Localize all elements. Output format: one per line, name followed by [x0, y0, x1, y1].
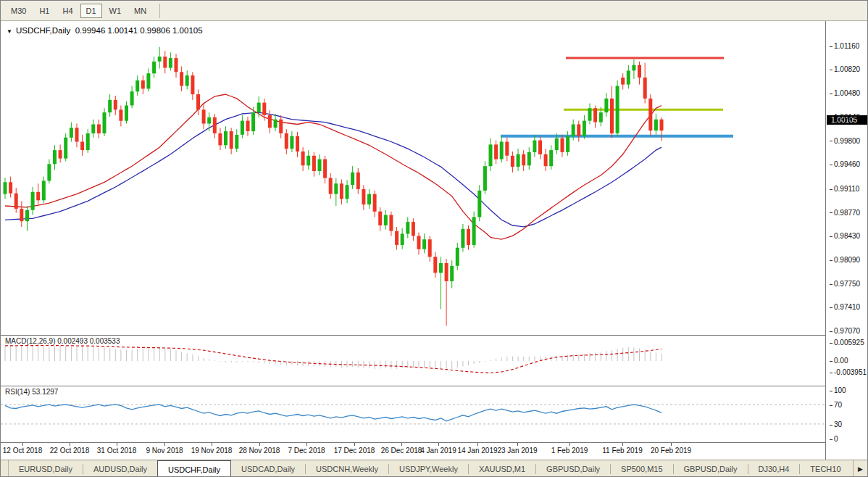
macd-pane[interactable]: MACD(12,26,9) 0.002493 0.003533 [1, 336, 825, 386]
chart-workspace: ▼USDCHF,Daily 0.99946 1.00141 0.99806 1.… [1, 21, 868, 460]
date-tick [569, 443, 570, 446]
chart-tab-tech10[interactable]: TECH10 [800, 460, 851, 477]
date-tick [306, 443, 307, 446]
chart-ohlc-quote: 0.99946 1.00141 0.99806 1.00105 [75, 26, 203, 35]
chart-tab-eurusd[interactable]: EURUSD,Daily [9, 460, 83, 477]
axis-tick-label: 0.98770 [830, 209, 860, 217]
axis-tick-label: 0.99460 [830, 160, 860, 168]
date-tick [438, 443, 439, 446]
timeframe-button-d1[interactable]: D1 [80, 4, 102, 18]
timeframe-toolbar: M30H1H4D1W1MN [1, 1, 867, 21]
date-label: 9 Nov 2018 [146, 447, 183, 455]
axis-tick-label: 0.005925 [830, 339, 864, 347]
rsi-label: RSI(14) 53.1297 [5, 388, 58, 396]
chart-tab-gbpusd[interactable]: GBPUSD,Daily [536, 460, 610, 477]
chart-tab-gbpusd[interactable]: GBPUSD,Daily [674, 460, 748, 477]
rsi-chart [1, 386, 825, 442]
date-label: 7 Dec 2018 [288, 447, 325, 455]
timeframe-button-mn[interactable]: MN [128, 4, 152, 18]
axis-tick-label: 100 [830, 386, 846, 394]
date-label: 17 Dec 2018 [334, 447, 375, 455]
axis-tick-label: 70 [830, 401, 842, 409]
axis-tick-label: 0.98430 [830, 232, 860, 240]
date-label: 31 Oct 2018 [97, 447, 136, 455]
date-axis: 12 Oct 201822 Oct 201831 Oct 20189 Nov 2… [1, 443, 825, 460]
date-tick [117, 443, 117, 446]
chart-tab-usdcad[interactable]: USDCAD,Daily [231, 460, 305, 477]
date-tick [354, 443, 355, 446]
date-tick [22, 443, 23, 446]
date-tick [212, 443, 212, 446]
tab-scroll-right-icon[interactable]: ▶ [853, 460, 867, 477]
axis-tick-label: 0.97410 [830, 303, 860, 311]
axis-tick-label: -0.003951 [830, 368, 867, 376]
date-label: 14 Jan 2019 [457, 447, 497, 455]
axis-tick-label: 0.99800 [830, 137, 860, 145]
chart-tab-audusd[interactable]: AUDUSD,Daily [83, 460, 157, 477]
date-label: 4 Jan 2019 [420, 447, 456, 455]
date-label: 12 Oct 2018 [3, 447, 42, 455]
chart-tab-usdjpy[interactable]: USDJPY,Weekly [389, 460, 468, 477]
date-label: 28 Nov 2018 [239, 447, 280, 455]
axis-tick-label: 0 [830, 435, 838, 443]
date-label: 26 Dec 2018 [381, 447, 422, 455]
axis-separator [825, 21, 826, 460]
chart-symbol: USDCHF,Daily [16, 26, 70, 35]
candlestick-chart [1, 22, 825, 335]
chart-tab-sp500[interactable]: SP500,M15 [611, 460, 672, 477]
tabbar-left-stub [1, 460, 9, 477]
date-label: 19 Nov 2018 [191, 447, 233, 455]
toolbar-separator [159, 4, 160, 18]
date-label: 20 Feb 2019 [651, 447, 691, 455]
date-tick [70, 443, 70, 446]
date-label: 23 Jan 2019 [497, 447, 537, 455]
axis-tick-label: 0.97070 [830, 327, 860, 335]
date-tick [622, 443, 623, 446]
mt4-window: M30H1H4D1W1MN ▼USDCHF,Daily 0.99946 1.00… [0, 0, 868, 477]
date-tick [401, 443, 402, 446]
chart-tab-xauusd[interactable]: XAUUSD,M1 [469, 460, 535, 477]
rsi-pane[interactable]: RSI(14) 53.1297 [1, 386, 825, 443]
axis-tick-label: 1.01160 [830, 42, 859, 50]
axis-tick-label: 0.00 [830, 357, 848, 365]
chart-tab-usdcnh[interactable]: USDCNH,Weekly [306, 460, 388, 477]
chart-title: ▼USDCHF,Daily 0.99946 1.00141 0.99806 1.… [7, 26, 203, 35]
timeframe-button-w1[interactable]: W1 [104, 4, 128, 18]
date-tick [477, 443, 478, 446]
timeframe-button-h4[interactable]: H4 [57, 4, 78, 18]
chart-tab-usdchf[interactable]: USDCHF,Daily [157, 460, 231, 477]
chevron-down-icon: ▼ [7, 28, 12, 35]
date-label: 1 Feb 2019 [551, 447, 588, 455]
macd-chart [1, 336, 825, 386]
axis-tick-label: 1.00140 [830, 113, 860, 121]
axis-tick-label: 0.98090 [830, 256, 860, 264]
date-tick [671, 443, 672, 446]
date-tick [164, 443, 165, 446]
date-tick [259, 443, 260, 446]
axis-tick-label: 1.00820 [830, 65, 860, 73]
date-tick [517, 443, 518, 446]
macd-label: MACD(12,26,9) 0.002493 0.003533 [5, 337, 120, 345]
axis-tick-label: 1.00480 [830, 89, 860, 97]
main-chart-pane[interactable]: ▼USDCHF,Daily 0.99946 1.00141 0.99806 1.… [1, 22, 825, 336]
chart-tab-dj30[interactable]: DJ30,H4 [748, 460, 800, 477]
chart-tabbar: EURUSD,DailyAUDUSD,DailyUSDCHF,DailyUSDC… [1, 460, 867, 477]
timeframe-button-h1[interactable]: H1 [33, 4, 55, 18]
axis-tick-label: 30 [830, 420, 842, 428]
timeframe-button-m30[interactable]: M30 [5, 4, 32, 18]
date-label: 11 Feb 2019 [602, 447, 642, 455]
axis-tick-label: 0.99110 [830, 185, 859, 193]
date-label: 22 Oct 2018 [50, 447, 89, 455]
price-axis: 1.00105 1.011601.008201.004801.001400.99… [827, 21, 868, 460]
axis-tick-label: 0.97750 [830, 280, 860, 288]
